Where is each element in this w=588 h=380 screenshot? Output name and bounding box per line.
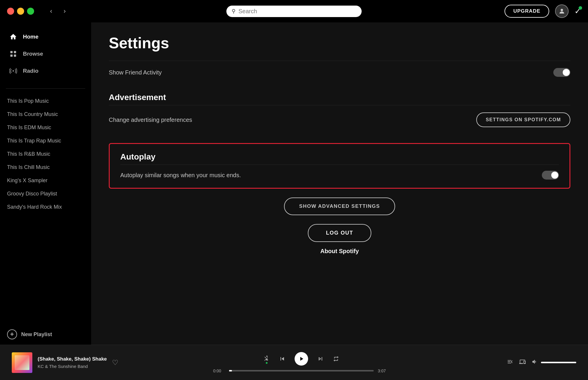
sidebar-nav: Home Browse — [0, 28, 91, 79]
player-controls — [263, 352, 339, 366]
artist-name: KC & The Sunshine Band — [38, 364, 107, 369]
radio-icon — [9, 67, 18, 75]
autoplay-toggle-row: Autoplay similar songs when your music e… — [120, 165, 559, 180]
player-track-info: (Shake, Shake, Shake) Shake KC & The Sun… — [38, 356, 107, 369]
show-friend-activity-row: Show Friend Activity — [109, 61, 570, 84]
playlist-item-rnb[interactable]: This Is R&B Music — [7, 147, 84, 161]
traffic-lights — [7, 8, 34, 15]
show-friend-activity-label: Show Friend Activity — [109, 69, 162, 76]
album-art — [12, 352, 32, 373]
plus-circle-icon: + — [7, 329, 17, 339]
logout-button[interactable]: LOG OUT — [308, 224, 372, 242]
shuffle-icon — [263, 356, 270, 362]
playlist-item-pop[interactable]: This Is Pop Music — [7, 94, 84, 108]
sidebar-item-radio-label: Radio — [23, 68, 39, 74]
track-name: (Shake, Shake, Shake) Shake — [38, 356, 107, 362]
show-friend-activity-toggle[interactable] — [553, 68, 570, 77]
playlist-item-groovy-disco[interactable]: Groovy Disco Playlist — [7, 187, 84, 200]
autoplay-toggle-knob — [551, 172, 558, 179]
new-playlist-label: New Playlist — [21, 331, 52, 338]
nav-arrows: ‹ › — [46, 6, 70, 16]
player-left: (Shake, Shake, Shake) Shake KC & The Sun… — [12, 352, 129, 373]
main-layout: Home Browse — [0, 22, 588, 345]
album-art-image — [15, 355, 29, 370]
svg-point-0 — [561, 9, 563, 11]
volume-bar[interactable] — [541, 362, 576, 363]
svg-point-5 — [13, 70, 14, 72]
show-advanced-settings-button[interactable]: SHOW ADVANCED SETTINGS — [284, 198, 395, 215]
page-title: Settings — [109, 34, 570, 52]
titlebar-right: UPGRADE ✓ — [505, 4, 581, 18]
shuffle-button[interactable] — [263, 356, 270, 362]
playlist-item-trap-rap[interactable]: This Is Trap Rap Music — [7, 134, 84, 147]
repeat-button[interactable] — [333, 356, 339, 362]
queue-icon — [507, 359, 513, 365]
back-button[interactable]: ‹ — [46, 6, 56, 16]
upgrade-button[interactable]: UPGRADE — [505, 5, 549, 18]
maximize-button[interactable] — [27, 8, 34, 15]
sidebar: Home Browse — [0, 22, 91, 345]
sidebar-divider — [6, 88, 85, 89]
devices-button[interactable] — [519, 359, 526, 367]
playlist-item-country[interactable]: This Is Country Music — [7, 108, 84, 121]
sidebar-item-browse-label: Browse — [23, 51, 43, 57]
sidebar-item-home[interactable]: Home — [6, 28, 85, 45]
progress-bar[interactable] — [229, 370, 374, 371]
autoplay-description-label: Autoplay similar songs when your music e… — [120, 172, 241, 179]
change-advertising-label: Change advertising preferences — [109, 117, 192, 123]
search-bar: ⚲ — [226, 6, 362, 17]
home-icon — [9, 32, 18, 41]
autoplay-heading: Autoplay — [120, 152, 559, 162]
about-spotify-link[interactable]: About Spotify — [109, 248, 570, 255]
next-button[interactable] — [317, 355, 324, 362]
settings-on-spotify-button[interactable]: SETTINGS ON SPOTIFY.COM — [476, 112, 570, 127]
search-icon: ⚲ — [232, 8, 235, 14]
friend-activity-section: Show Friend Activity — [109, 61, 570, 84]
close-button[interactable] — [7, 8, 14, 15]
toggle-knob — [563, 69, 570, 76]
player-center: 0:00 3:07 — [129, 352, 473, 373]
advertisement-heading: Advertisement — [109, 93, 570, 102]
previous-button[interactable] — [279, 355, 286, 362]
play-pause-button[interactable] — [295, 352, 308, 366]
playlist-item-edm[interactable]: This Is EDM Music — [7, 121, 84, 134]
autoplay-section: Autoplay Autoplay similar songs when you… — [109, 143, 570, 189]
new-playlist-button[interactable]: + New Playlist — [0, 324, 91, 345]
player-bar: (Shake, Shake, Shake) Shake KC & The Sun… — [0, 345, 588, 380]
playlist-list: This Is Pop Music This Is Country Music … — [0, 94, 91, 321]
queue-button[interactable] — [507, 359, 513, 367]
volume-control — [532, 359, 576, 367]
notification-dot — [579, 6, 582, 10]
devices-icon — [519, 359, 526, 365]
volume-icon-button[interactable] — [532, 359, 538, 367]
current-time: 0:00 — [213, 369, 225, 373]
sidebar-item-radio[interactable]: Radio — [6, 62, 85, 79]
sidebar-item-browse[interactable]: Browse — [6, 45, 85, 62]
volume-icon — [532, 359, 538, 365]
progress-bar-area: 0:00 3:07 — [213, 369, 390, 373]
search-input[interactable] — [238, 8, 356, 15]
sidebar-item-home-label: Home — [23, 34, 39, 40]
notification-checkmark[interactable]: ✓ — [574, 7, 581, 16]
content-area: Settings Show Friend Activity Advertisem… — [91, 22, 588, 345]
playlist-item-chill[interactable]: This Is Chill Music — [7, 161, 84, 174]
autoplay-toggle[interactable] — [542, 171, 559, 180]
svg-rect-2 — [14, 51, 16, 53]
playlist-item-kings-x[interactable]: King's X Sampler — [7, 174, 84, 187]
svg-rect-4 — [14, 54, 16, 57]
advertisement-section: Advertisement Change advertising prefere… — [109, 93, 570, 134]
previous-icon — [279, 355, 286, 362]
total-time: 3:07 — [378, 369, 390, 373]
browse-icon — [9, 49, 18, 58]
progress-fill — [229, 370, 232, 371]
svg-rect-1 — [10, 51, 13, 53]
minimize-button[interactable] — [17, 8, 24, 15]
shuffle-active-dot — [266, 362, 268, 364]
user-account-button[interactable] — [555, 4, 569, 18]
forward-button[interactable]: › — [59, 6, 70, 16]
repeat-icon — [333, 356, 339, 362]
like-button[interactable]: ♡ — [112, 359, 118, 367]
svg-rect-3 — [10, 54, 13, 57]
playlist-item-sandy-rock[interactable]: Sandy's Hard Rock Mix — [7, 200, 84, 214]
play-icon — [298, 356, 305, 362]
